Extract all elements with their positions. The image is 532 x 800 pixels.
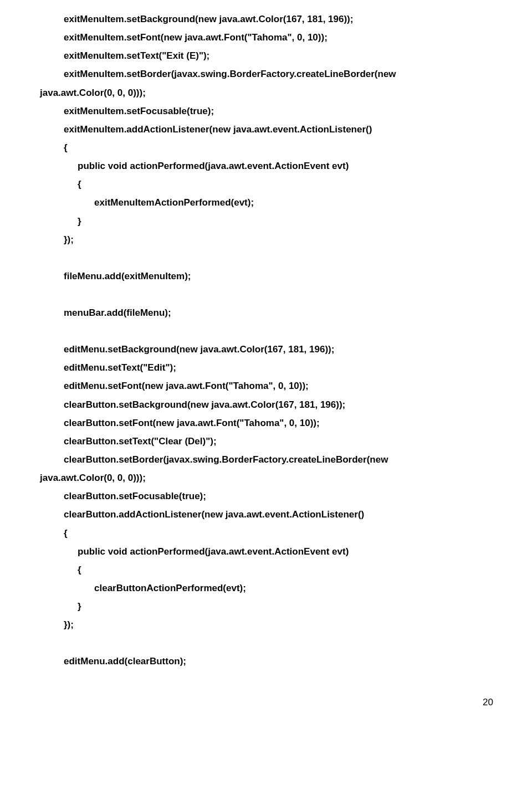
blank-line (33, 322, 499, 340)
code-line: clearButton.setText("Clear (Del)"); (33, 432, 499, 450)
code-line: editMenu.setFont(new java.awt.Font("Taho… (33, 377, 499, 395)
page-number: 20 (33, 671, 499, 711)
code-line: clearButton.setFocusable(true); (33, 487, 499, 505)
code-line: clearButton.addActionListener(new java.a… (33, 505, 499, 524)
blank-line (33, 634, 499, 652)
blank-line (33, 249, 499, 267)
code-line: } (33, 597, 499, 616)
code-line: exitMenuItemActionPerformed(evt); (33, 193, 499, 212)
code-line: { (33, 524, 499, 542)
code-line: { (33, 561, 499, 579)
code-line: editMenu.add(clearButton); (33, 652, 499, 670)
code-line: } (33, 212, 499, 230)
code-line: clearButtonActionPerformed(evt); (33, 579, 499, 597)
code-line: exitMenuItem.setFocusable(true); (33, 102, 499, 120)
code-line: editMenu.setText("Edit"); (33, 358, 499, 377)
code-line: java.awt.Color(0, 0, 0))); (33, 84, 499, 102)
code-line: fileMenu.add(exitMenuItem); (33, 267, 499, 285)
code-line: clearButton.setFont(new java.awt.Font("T… (33, 414, 499, 432)
code-line: clearButton.setBackground(new java.awt.C… (33, 396, 499, 414)
code-line: exitMenuItem.setText("Exit (E)"); (33, 47, 499, 65)
code-line: menuBar.add(fileMenu); (33, 304, 499, 322)
code-line: editMenu.setBackground(new java.awt.Colo… (33, 340, 499, 358)
code-line: exitMenuItem.setBackground(new java.awt.… (33, 10, 499, 28)
code-line: }); (33, 616, 499, 634)
code-line: java.awt.Color(0, 0, 0))); (33, 469, 499, 487)
code-line: clearButton.setBorder(javax.swing.Border… (33, 450, 499, 469)
code-line: { (33, 139, 499, 157)
code-line: public void actionPerformed(java.awt.eve… (33, 157, 499, 175)
code-line: exitMenuItem.addActionListener(new java.… (33, 120, 499, 139)
code-line: }); (33, 230, 499, 249)
code-line: { (33, 175, 499, 193)
code-line: public void actionPerformed(java.awt.eve… (33, 542, 499, 561)
code-line: exitMenuItem.setBorder(javax.swing.Borde… (33, 65, 499, 83)
blank-line (33, 285, 499, 304)
code-line: exitMenuItem.setFont(new java.awt.Font("… (33, 28, 499, 47)
